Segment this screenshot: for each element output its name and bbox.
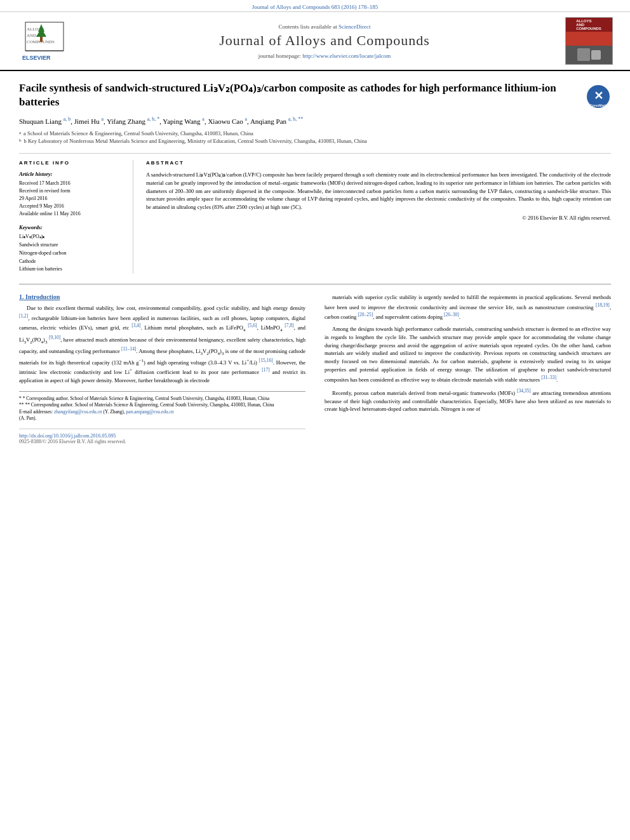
svg-text:AND: AND	[27, 33, 36, 38]
page: Journal of Alloys and Compounds 683 (201…	[0, 0, 630, 840]
body-left-col: 1. Introduction Due to their excellent t…	[19, 293, 312, 444]
keyword-1: Li₃V₂(PO₄)₃	[19, 233, 124, 241]
copyright-line: © 2016 Elsevier B.V. All rights reserved…	[146, 214, 611, 222]
sciencedirect-link[interactable]: ScienceDirect	[338, 23, 370, 30]
abstract-text: A sandwich-structured Li₃V₂(PO₄)₃/carbon…	[146, 171, 611, 211]
svg-rect-7	[40, 37, 43, 42]
elsevier-logo: ALLOYS AND COMPOUNDS ELSEVIER	[19, 19, 83, 63]
abstract-header: ABSTRACT	[146, 160, 611, 166]
available-online: Available online 11 May 2016	[19, 210, 124, 218]
header-section: ALLOYS AND COMPOUNDS ELSEVIER Contents l…	[0, 12, 630, 71]
homepage-line: journal homepage: http://www.elsevier.co…	[258, 53, 391, 59]
footnotes: * * Corresponding author. School of Mate…	[19, 391, 305, 422]
footnote-2: ** ** Corresponding author. School of Ma…	[19, 402, 305, 409]
keywords-header: Keywords:	[19, 224, 124, 230]
keyword-4: Cathode	[19, 258, 124, 266]
keyword-5: Lithium-ion batteries	[19, 265, 124, 274]
header-center: Contents lists available at ScienceDirec…	[89, 17, 560, 65]
article-info-header: ARTICLE INFO	[19, 160, 124, 166]
article-content: Facile synthesis of sandwich-structured …	[0, 71, 630, 455]
email-link-2[interactable]: pan.anqiang@csu.edu.cn	[126, 409, 174, 415]
affiliation-2: b b Key Laboratory of Nonferrous Metal M…	[19, 138, 611, 145]
keywords-section: Keywords: Li₃V₂(PO₄)₃ Sandwich structure…	[19, 224, 124, 274]
footnote-author-note: (A. Pan).	[19, 415, 305, 422]
article-title-text: Facile synthesis of sandwich-structured …	[19, 81, 586, 109]
affiliations: a a School of Materials Science & Engine…	[19, 130, 611, 145]
keyword-3: Nitrogen-doped carbon	[19, 250, 124, 258]
section-1-title: 1. Introduction	[19, 293, 305, 300]
article-history: Article history: Received 17 March 2016 …	[19, 171, 124, 218]
received-revised: Received in revised form29 April 2016	[19, 187, 124, 203]
homepage-link[interactable]: http://www.elsevier.com/locate/jalcom	[302, 53, 391, 59]
body-right-col: materials with superior cyclic stability…	[325, 293, 611, 444]
keyword-2: Sandwich structure	[19, 241, 124, 250]
body-right-para-1: materials with superior cyclic stability…	[325, 293, 611, 321]
received-date: Received 17 March 2016	[19, 180, 124, 187]
body-left-text: Due to their excellent thermal stability…	[19, 304, 305, 385]
bottom-bar: http://dx.doi.org/10.1016/j.jallcom.2016…	[19, 429, 305, 444]
journal-title-header: Journal of Alloys and Compounds	[219, 32, 430, 49]
authors-line: Shuquan Liang a, b, Jimei Hu a, Yifang Z…	[19, 116, 611, 126]
crossmark-logo: ✕ CrossMark	[586, 84, 611, 109]
journal-thumbnail-area: ALLOYSANDCOMPOUNDS	[560, 17, 617, 65]
footnote-email: E-mail addresses: zhangyifang@csu.edu.cn…	[19, 409, 305, 416]
journal-cover-thumbnail: ALLOYSANDCOMPOUNDS	[565, 17, 613, 65]
issn-text: 0925-8388/© 2016 Elsevier B.V. All right…	[19, 439, 305, 444]
contents-line: Contents lists available at ScienceDirec…	[279, 23, 371, 30]
article-title-section: Facile synthesis of sandwich-structured …	[19, 81, 611, 109]
body-right-para-3: Recently, porous carbon materials derive…	[325, 387, 611, 413]
affiliation-1: a a School of Materials Science & Engine…	[19, 130, 611, 138]
info-abstract-section: ARTICLE INFO Article history: Received 1…	[19, 153, 611, 274]
doi-link[interactable]: http://dx.doi.org/10.1016/j.jallcom.2016…	[19, 433, 116, 439]
elsevier-logo-area: ALLOYS AND COMPOUNDS ELSEVIER	[13, 17, 89, 65]
journal-ref: Journal of Alloys and Compounds 683 (201…	[252, 4, 379, 10]
body-right-text: materials with superior cyclic stability…	[325, 293, 611, 413]
accepted-date: Accepted 9 May 2016	[19, 203, 124, 210]
history-header: Article history:	[19, 171, 124, 177]
body-right-para-2: Among the designs towards high performan…	[325, 325, 611, 383]
abstract-col: ABSTRACT A sandwich-structured Li₃V₂(PO₄…	[146, 160, 611, 274]
svg-text:✕: ✕	[594, 90, 603, 102]
journal-reference-bar: Journal of Alloys and Compounds 683 (201…	[0, 0, 630, 12]
body-left-para-1: Due to their excellent thermal stability…	[19, 304, 305, 385]
article-info-col: ARTICLE INFO Article history: Received 1…	[19, 160, 133, 274]
email-link-1[interactable]: zhangyifang@csu.edu.cn	[54, 409, 104, 415]
footnote-1: * * Corresponding author. School of Mate…	[19, 396, 305, 403]
svg-text:CrossMark: CrossMark	[590, 103, 607, 107]
body-section: 1. Introduction Due to their excellent t…	[19, 284, 611, 444]
svg-text:ELSEVIER: ELSEVIER	[22, 55, 51, 61]
